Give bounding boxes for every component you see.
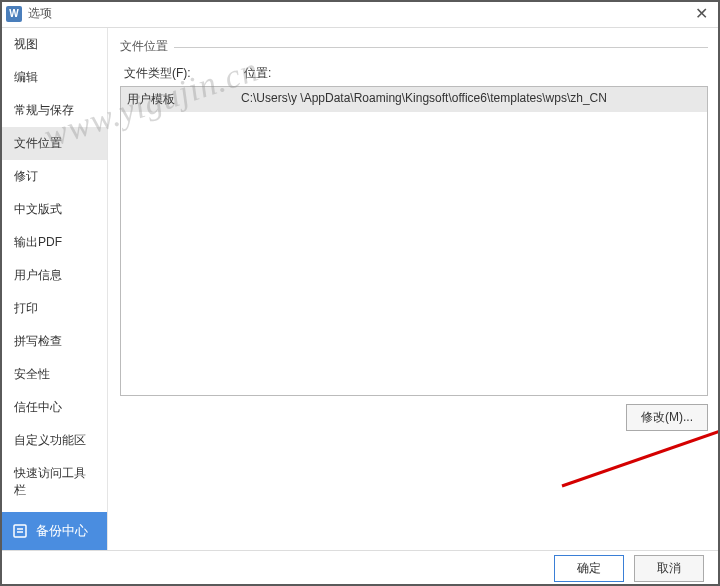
sidebar-item-general-save[interactable]: 常规与保存 [0,94,107,127]
titlebar: W 选项 ✕ [0,0,720,28]
sidebar-item-label: 信任中心 [14,400,62,414]
sidebar-item-label: 用户信息 [14,268,62,282]
sidebar: 视图 编辑 常规与保存 文件位置 修订 中文版式 输出PDF 用户信息 打印 拼… [0,28,108,550]
sidebar-item-chinese-layout[interactable]: 中文版式 [0,193,107,226]
sidebar-item-output-pdf[interactable]: 输出PDF [0,226,107,259]
sidebar-item-label: 编辑 [14,70,38,84]
close-icon[interactable]: ✕ [689,4,714,23]
sidebar-item-spellcheck[interactable]: 拼写检查 [0,325,107,358]
cancel-button[interactable]: 取消 [634,555,704,582]
sidebar-item-label: 快速访问工具栏 [14,466,86,497]
sidebar-item-file-location[interactable]: 文件位置 [0,127,107,160]
sidebar-item-label: 中文版式 [14,202,62,216]
sidebar-item-label: 文件位置 [14,136,62,150]
backup-label: 备份中心 [36,522,88,540]
sidebar-item-print[interactable]: 打印 [0,292,107,325]
group-divider [174,47,708,48]
sidebar-item-custom-ribbon[interactable]: 自定义功能区 [0,424,107,457]
svg-rect-0 [14,525,26,537]
backup-icon [12,523,28,539]
sidebar-item-label: 修订 [14,169,38,183]
sidebar-item-label: 拼写检查 [14,334,62,348]
dialog-footer: 确定 取消 [0,550,720,586]
column-header-filetype: 文件类型(F): [124,65,244,82]
group-title: 文件位置 [120,38,168,55]
sidebar-item-label: 常规与保存 [14,103,74,117]
file-location-listbox[interactable]: 用户模板 C:\Users\y \AppData\Roaming\Kingsof… [120,86,708,396]
dialog-title: 选项 [28,5,689,22]
content-panel: 文件位置 文件类型(F): 位置: 用户模板 C:\Users\y \AppDa… [108,28,720,550]
backup-center-button[interactable]: 备份中心 [0,512,107,550]
sidebar-item-label: 安全性 [14,367,50,381]
list-cell-type: 用户模板 [127,91,241,108]
sidebar-item-user-info[interactable]: 用户信息 [0,259,107,292]
sidebar-item-revision[interactable]: 修订 [0,160,107,193]
list-row[interactable]: 用户模板 C:\Users\y \AppData\Roaming\Kingsof… [121,87,707,112]
ok-button[interactable]: 确定 [554,555,624,582]
modify-button[interactable]: 修改(M)... [626,404,708,431]
sidebar-item-quick-access[interactable]: 快速访问工具栏 [0,457,107,507]
sidebar-item-edit[interactable]: 编辑 [0,61,107,94]
list-cell-path: C:\Users\y \AppData\Roaming\Kingsoft\off… [241,91,701,108]
sidebar-item-view[interactable]: 视图 [0,28,107,61]
app-icon: W [6,6,22,22]
sidebar-item-security[interactable]: 安全性 [0,358,107,391]
column-header-location: 位置: [244,65,708,82]
sidebar-item-label: 视图 [14,37,38,51]
sidebar-item-label: 输出PDF [14,235,62,249]
sidebar-item-label: 自定义功能区 [14,433,86,447]
sidebar-item-label: 打印 [14,301,38,315]
sidebar-item-trust-center[interactable]: 信任中心 [0,391,107,424]
